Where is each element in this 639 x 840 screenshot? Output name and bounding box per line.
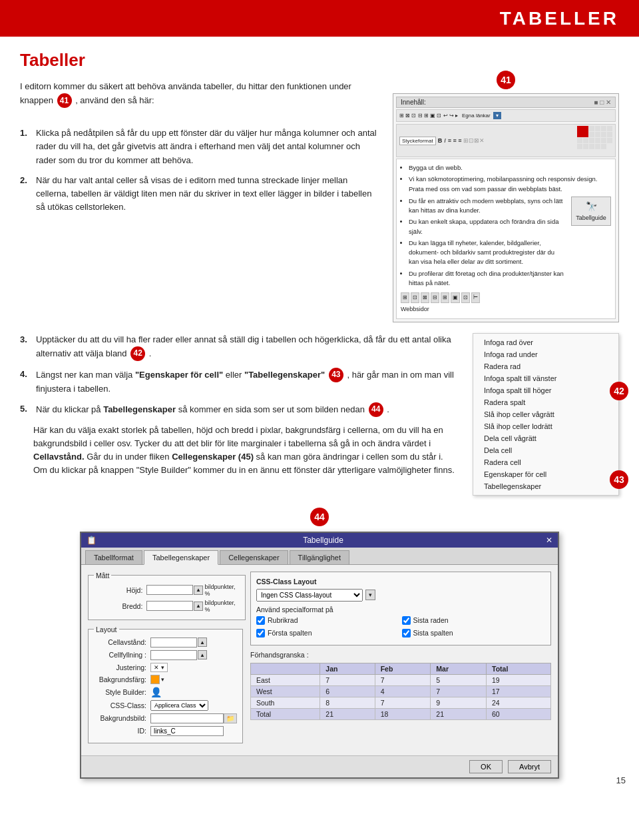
forsta-spalten-row: Första spalten (256, 629, 400, 637)
css-layout-title: CSS-Class Layout (256, 578, 545, 586)
intro-paragraph: I editorn kommer du säkert att behöva an… (20, 80, 379, 108)
step-4-num: 4. (20, 368, 33, 396)
dialog-tabs: Tabellformat Tabellegenskaper Cellegensk… (81, 548, 558, 565)
cell-south-mar: 9 (431, 697, 487, 708)
cellavstand-input[interactable] (150, 637, 197, 647)
step-4: 4. Längst ner kan man välja "Egenskaper … (20, 368, 459, 396)
screenshot-title: Innehåll: (401, 99, 426, 106)
bredd-input[interactable] (146, 601, 193, 611)
tab-tabellegenskaper[interactable]: Tabellegenskaper (144, 550, 218, 565)
style-builder-icon[interactable]: 👤 (150, 687, 162, 697)
menu-radera-spalt[interactable]: Radera spalt (473, 396, 618, 408)
css-class-label: CSS-Class: (94, 701, 150, 709)
sista-spalten-row: Sista spalten (402, 629, 546, 637)
css-class-row: CSS-Class: Applicera Class (94, 700, 237, 711)
menu-infoga-rad-over[interactable]: Infoga rad över (473, 336, 618, 348)
menu-dela-cell[interactable]: Dela cell (473, 444, 618, 456)
justering-select[interactable]: ✕ ▾ (150, 663, 168, 672)
menu-radera-cell[interactable]: Radera cell (473, 456, 618, 468)
screenshot-content-area: Bygga ut din webb. Vi kan sökmotoroptime… (396, 159, 616, 319)
css-layout-box: CSS-Class Layout Ingen CSS Class-layout … (250, 572, 551, 645)
table-row-west: West 6 4 7 17 (251, 685, 551, 697)
tab-tillganglighet[interactable]: Tillgänglighet (290, 550, 349, 564)
bakgrundsfarg-label: Bakgrundsfärg: (94, 675, 150, 683)
sista-raden-checkbox[interactable] (402, 616, 411, 625)
italic-btn[interactable]: I (444, 137, 446, 144)
forsta-spalten-checkbox[interactable] (256, 629, 265, 637)
cell-total-feb: 18 (375, 708, 431, 719)
cellfyllning-spin[interactable]: ▲ (198, 650, 207, 659)
preview-section: Förhandsgranska : Jan Feb Mar Total (250, 651, 551, 720)
bredd-spin-up[interactable]: ▲ (194, 602, 202, 611)
dialog-footer: OK Avbryt (81, 755, 558, 777)
badge-44-inline: 44 (369, 402, 383, 417)
table-grid-icon[interactable] (577, 126, 612, 155)
bold-btn[interactable]: B (438, 137, 443, 144)
cellavstand-spin[interactable]: ▲ (198, 637, 207, 647)
css-class-select[interactable]: Applicera Class (150, 700, 208, 711)
bakgrundsbild-input[interactable] (150, 713, 224, 723)
forhandsgranska-label: Förhandsgranska : (250, 651, 551, 659)
menu-radera-rad[interactable]: Radera rad (473, 360, 618, 372)
sista-spalten-label: Sista spalten (413, 629, 453, 637)
menu-tabellegenskaper[interactable]: Tabellegenskaper (473, 480, 618, 492)
menu-infoga-rad-under[interactable]: Infoga rad under (473, 348, 618, 360)
th-mar: Mar (431, 663, 487, 674)
tabellguide-label: Tabellguide (574, 214, 608, 223)
cell-east-jan: 7 (320, 674, 375, 685)
th-total: Total (487, 663, 551, 674)
step5-bold2-cellegenskaper: Cellegenskaper (45) (172, 452, 254, 462)
tab-tabellformat[interactable]: Tabellformat (85, 550, 142, 564)
dialog-close-button[interactable]: ✕ (546, 536, 552, 545)
ingen-css-select[interactable]: Ingen CSS Class-layout (256, 589, 363, 602)
step-5-bold1: Tabellegenskaper (103, 404, 176, 414)
table-header-row: Jan Feb Mar Total (251, 663, 551, 674)
id-input[interactable] (150, 726, 224, 736)
context-left-text: 3. Upptäcker du att du vill ha fler rade… (20, 333, 459, 496)
th-empty (251, 663, 320, 674)
layout-fieldset: Layout Cellavstånd: ▲ Cellfyllning : ▲ (88, 626, 243, 743)
dialog-tabellguide: 📋 Tabellguide ✕ Tabellformat Tabellegens… (80, 532, 559, 779)
step5-bold-cellavstand: Cellavstånd. (33, 452, 85, 462)
bakgrundsfarg-color-swatch[interactable] (150, 675, 160, 684)
step-5-num: 5. (20, 402, 33, 417)
cellfyllning-input[interactable] (150, 650, 197, 660)
context-section: 3. Upptäcker du att du vill ha fler rade… (20, 333, 619, 496)
step-4-content: Längst ner kan man välja "Egenskaper för… (36, 368, 459, 396)
hojd-input[interactable] (146, 585, 193, 595)
bakgrundsbild-browse[interactable]: 📁 (224, 713, 237, 723)
ingen-css-dropdown-btn[interactable]: ▾ (365, 590, 375, 600)
menu-infoga-spalt-vanster[interactable]: Infoga spalt till vänster (473, 372, 618, 384)
screenshot-toolbar: ⊞ ⊠ ⊡ ⊟ ⊞ ▣ ⊡ ↩ ↪ ▸ Egna länkar ▾ (396, 109, 616, 122)
avbryt-button[interactable]: Avbryt (508, 760, 551, 773)
dialog-section: 44 📋 Tabellguide ✕ Tabellformat Tabelleg… (20, 508, 619, 779)
matt-legend: Mått (94, 572, 111, 580)
tab-cellegenskaper[interactable]: Cellegenskaper (220, 550, 288, 564)
menu-egenskaper-cell[interactable]: Egenskaper för cell (473, 468, 618, 480)
hojd-unit: bildpunkter, % (205, 584, 240, 597)
cell-total-jan: 21 (320, 708, 375, 719)
bakgrundsfarg-dropdown[interactable]: ▾ (161, 676, 164, 683)
menu-slahop-vagratt[interactable]: Slå ihop celler vågrätt (473, 408, 618, 420)
cellavstand-row: Cellavstånd: ▲ (94, 637, 237, 647)
format-select[interactable]: Styckeformat (399, 137, 436, 145)
screenshot-top-mockup: Innehåll: ■ □ ✕ ⊞ ⊠ ⊡ ⊟ ⊞ ▣ ⊡ ↩ ↪ ▸ Egna… (393, 93, 619, 322)
cell-south-total: 24 (487, 697, 551, 708)
bakgrundsbild-row: Bakgrundsbild: 📁 (94, 713, 237, 723)
bakgrundsfarg-row: Bakgrundsfärg: ▾ (94, 675, 237, 684)
ok-button[interactable]: OK (469, 760, 503, 773)
menu-dela-cell-vagratt[interactable]: Dela cell vågrätt (473, 432, 618, 444)
badge-42: 42 (610, 382, 628, 400)
top-right-screenshot: 41 Innehåll: ■ □ ✕ ⊞ ⊠ ⊡ ⊟ ⊞ ▣ ⊡ ↩ ↪ ▸ E… (393, 80, 619, 322)
menu-slahop-lodratt[interactable]: Slå ihop celler lodrätt (473, 420, 618, 432)
egna-lankar-btn[interactable]: ▾ (493, 112, 501, 119)
id-row: ID: (94, 726, 237, 736)
rubrikrad-checkbox[interactable] (256, 616, 265, 625)
cell-west-feb: 4 (375, 685, 431, 697)
step-2: 2. När du har valt antal celler så visas… (20, 174, 379, 214)
sista-spalten-checkbox[interactable] (402, 629, 411, 637)
menu-infoga-spalt-hoger[interactable]: Infoga spalt till höger (473, 384, 618, 396)
hojd-spin-up[interactable]: ▲ (194, 586, 202, 595)
tabellguide-box: 🔭 Tabellguide (571, 197, 611, 226)
cell-west-mar: 7 (431, 685, 487, 697)
